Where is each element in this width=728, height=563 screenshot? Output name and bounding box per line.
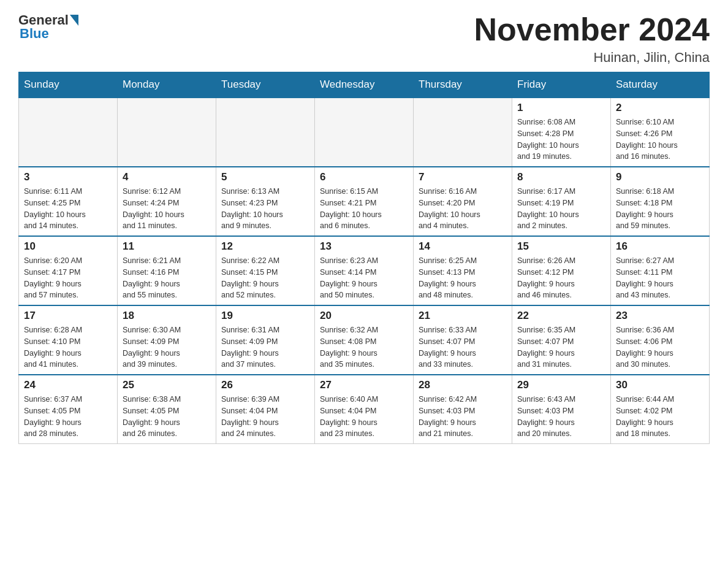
- calendar-cell: 8Sunrise: 6:17 AMSunset: 4:19 PMDaylight…: [512, 167, 611, 236]
- day-info: Sunrise: 6:17 AMSunset: 4:19 PMDaylight:…: [517, 186, 605, 232]
- calendar-cell: 12Sunrise: 6:22 AMSunset: 4:15 PMDayligh…: [216, 236, 315, 305]
- day-info: Sunrise: 6:16 AMSunset: 4:20 PMDaylight:…: [419, 186, 507, 232]
- calendar-week-row: 10Sunrise: 6:20 AMSunset: 4:17 PMDayligh…: [19, 236, 710, 305]
- day-number: 12: [221, 240, 309, 253]
- day-number: 10: [24, 240, 112, 253]
- day-info: Sunrise: 6:36 AMSunset: 4:06 PMDaylight:…: [616, 324, 704, 370]
- weekday-header-row: SundayMondayTuesdayWednesdayThursdayFrid…: [19, 72, 710, 98]
- day-number: 4: [123, 171, 211, 183]
- weekday-header: Tuesday: [216, 72, 315, 98]
- day-info: Sunrise: 6:44 AMSunset: 4:02 PMDaylight:…: [616, 394, 704, 440]
- day-info: Sunrise: 6:25 AMSunset: 4:13 PMDaylight:…: [419, 255, 507, 301]
- day-number: 29: [517, 379, 605, 391]
- day-info: Sunrise: 6:28 AMSunset: 4:10 PMDaylight:…: [24, 324, 112, 370]
- location-text: Huinan, Jilin, China: [474, 50, 710, 66]
- day-info: Sunrise: 6:18 AMSunset: 4:18 PMDaylight:…: [616, 186, 704, 232]
- day-number: 21: [419, 310, 507, 322]
- calendar-cell: 30Sunrise: 6:44 AMSunset: 4:02 PMDayligh…: [611, 375, 710, 444]
- logo: General Blue: [18, 12, 80, 42]
- calendar-table: SundayMondayTuesdayWednesdayThursdayFrid…: [18, 72, 710, 444]
- logo-arrow-icon: [70, 15, 78, 26]
- weekday-header: Thursday: [414, 72, 512, 98]
- calendar-week-row: 3Sunrise: 6:11 AMSunset: 4:25 PMDaylight…: [19, 167, 710, 236]
- day-number: 8: [517, 171, 605, 183]
- day-number: 9: [616, 171, 704, 183]
- day-number: 28: [419, 379, 507, 391]
- day-number: 26: [221, 379, 309, 391]
- calendar-cell: 11Sunrise: 6:21 AMSunset: 4:16 PMDayligh…: [118, 236, 216, 305]
- calendar-week-row: 24Sunrise: 6:37 AMSunset: 4:05 PMDayligh…: [19, 375, 710, 444]
- day-info: Sunrise: 6:39 AMSunset: 4:04 PMDaylight:…: [221, 394, 309, 440]
- day-number: 30: [616, 379, 704, 391]
- day-number: 5: [221, 171, 309, 183]
- weekday-header: Sunday: [19, 72, 118, 98]
- calendar-cell: 20Sunrise: 6:32 AMSunset: 4:08 PMDayligh…: [315, 305, 414, 375]
- day-number: 3: [24, 171, 112, 183]
- calendar-cell: 29Sunrise: 6:43 AMSunset: 4:03 PMDayligh…: [512, 375, 611, 444]
- calendar-week-row: 17Sunrise: 6:28 AMSunset: 4:10 PMDayligh…: [19, 305, 710, 375]
- calendar-cell: 16Sunrise: 6:27 AMSunset: 4:11 PMDayligh…: [611, 236, 710, 305]
- day-number: 6: [320, 171, 408, 183]
- day-info: Sunrise: 6:10 AMSunset: 4:26 PMDaylight:…: [616, 117, 704, 163]
- weekday-header: Friday: [512, 72, 611, 98]
- day-info: Sunrise: 6:11 AMSunset: 4:25 PMDaylight:…: [24, 186, 112, 232]
- day-number: 2: [616, 102, 704, 114]
- day-number: 13: [320, 240, 408, 253]
- day-number: 14: [419, 240, 507, 253]
- logo-blue-text: Blue: [20, 26, 49, 42]
- page-header: General Blue November 2024 Huinan, Jilin…: [18, 12, 710, 66]
- calendar-cell: 18Sunrise: 6:30 AMSunset: 4:09 PMDayligh…: [118, 305, 216, 375]
- day-number: 17: [24, 310, 112, 322]
- day-info: Sunrise: 6:38 AMSunset: 4:05 PMDaylight:…: [123, 394, 211, 440]
- calendar-cell: 13Sunrise: 6:23 AMSunset: 4:14 PMDayligh…: [315, 236, 414, 305]
- title-section: November 2024 Huinan, Jilin, China: [474, 12, 710, 66]
- day-number: 15: [517, 240, 605, 253]
- day-number: 24: [24, 379, 112, 391]
- calendar-cell: 23Sunrise: 6:36 AMSunset: 4:06 PMDayligh…: [611, 305, 710, 375]
- day-number: 11: [123, 240, 211, 253]
- day-number: 27: [320, 379, 408, 391]
- day-info: Sunrise: 6:32 AMSunset: 4:08 PMDaylight:…: [320, 324, 408, 370]
- calendar-cell: [414, 98, 512, 167]
- calendar-cell: 10Sunrise: 6:20 AMSunset: 4:17 PMDayligh…: [19, 236, 118, 305]
- day-info: Sunrise: 6:43 AMSunset: 4:03 PMDaylight:…: [517, 394, 605, 440]
- calendar-cell: 27Sunrise: 6:40 AMSunset: 4:04 PMDayligh…: [315, 375, 414, 444]
- day-info: Sunrise: 6:37 AMSunset: 4:05 PMDaylight:…: [24, 394, 112, 440]
- weekday-header: Saturday: [611, 72, 710, 98]
- day-info: Sunrise: 6:13 AMSunset: 4:23 PMDaylight:…: [221, 186, 309, 232]
- calendar-cell: 17Sunrise: 6:28 AMSunset: 4:10 PMDayligh…: [19, 305, 118, 375]
- calendar-cell: 21Sunrise: 6:33 AMSunset: 4:07 PMDayligh…: [414, 305, 512, 375]
- day-number: 20: [320, 310, 408, 322]
- calendar-cell: 19Sunrise: 6:31 AMSunset: 4:09 PMDayligh…: [216, 305, 315, 375]
- weekday-header: Wednesday: [315, 72, 414, 98]
- day-info: Sunrise: 6:20 AMSunset: 4:17 PMDaylight:…: [24, 255, 112, 301]
- calendar-cell: 14Sunrise: 6:25 AMSunset: 4:13 PMDayligh…: [414, 236, 512, 305]
- day-number: 23: [616, 310, 704, 322]
- calendar-cell: 15Sunrise: 6:26 AMSunset: 4:12 PMDayligh…: [512, 236, 611, 305]
- day-number: 18: [123, 310, 211, 322]
- calendar-cell: 26Sunrise: 6:39 AMSunset: 4:04 PMDayligh…: [216, 375, 315, 444]
- day-info: Sunrise: 6:30 AMSunset: 4:09 PMDaylight:…: [123, 324, 211, 370]
- calendar-cell: [315, 98, 414, 167]
- day-info: Sunrise: 6:35 AMSunset: 4:07 PMDaylight:…: [517, 324, 605, 370]
- calendar-cell: 1Sunrise: 6:08 AMSunset: 4:28 PMDaylight…: [512, 98, 611, 167]
- calendar-week-row: 1Sunrise: 6:08 AMSunset: 4:28 PMDaylight…: [19, 98, 710, 167]
- calendar-cell: 24Sunrise: 6:37 AMSunset: 4:05 PMDayligh…: [19, 375, 118, 444]
- day-info: Sunrise: 6:42 AMSunset: 4:03 PMDaylight:…: [419, 394, 507, 440]
- day-number: 7: [419, 171, 507, 183]
- day-info: Sunrise: 6:21 AMSunset: 4:16 PMDaylight:…: [123, 255, 211, 301]
- day-number: 1: [517, 102, 605, 114]
- calendar-cell: 7Sunrise: 6:16 AMSunset: 4:20 PMDaylight…: [414, 167, 512, 236]
- day-number: 22: [517, 310, 605, 322]
- calendar-cell: 5Sunrise: 6:13 AMSunset: 4:23 PMDaylight…: [216, 167, 315, 236]
- calendar-cell: 22Sunrise: 6:35 AMSunset: 4:07 PMDayligh…: [512, 305, 611, 375]
- day-info: Sunrise: 6:08 AMSunset: 4:28 PMDaylight:…: [517, 117, 605, 163]
- calendar-cell: 9Sunrise: 6:18 AMSunset: 4:18 PMDaylight…: [611, 167, 710, 236]
- calendar-cell: 28Sunrise: 6:42 AMSunset: 4:03 PMDayligh…: [414, 375, 512, 444]
- day-number: 25: [123, 379, 211, 391]
- day-number: 16: [616, 240, 704, 253]
- day-info: Sunrise: 6:22 AMSunset: 4:15 PMDaylight:…: [221, 255, 309, 301]
- calendar-cell: [216, 98, 315, 167]
- calendar-cell: 2Sunrise: 6:10 AMSunset: 4:26 PMDaylight…: [611, 98, 710, 167]
- calendar-cell: 4Sunrise: 6:12 AMSunset: 4:24 PMDaylight…: [118, 167, 216, 236]
